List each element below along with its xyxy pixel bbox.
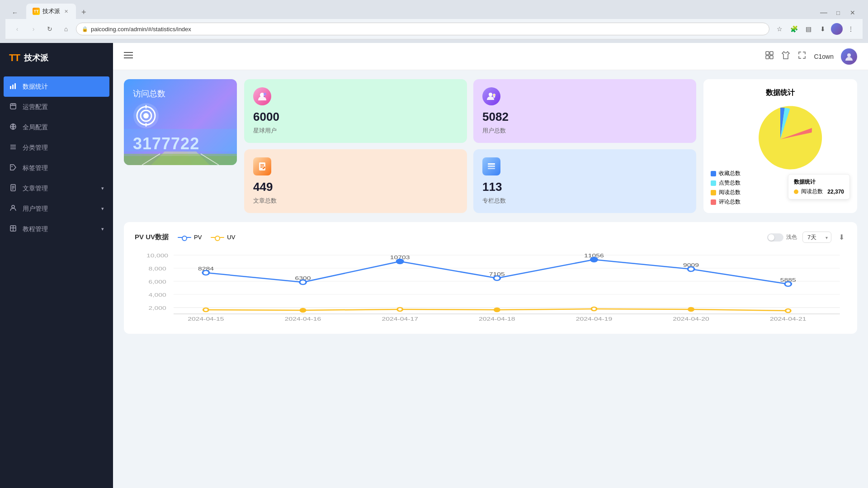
menu-button[interactable]: ⋮ (844, 23, 857, 35)
theme-label: 浅色 (786, 233, 797, 241)
pie-tooltip-row: 阅读总数 22,370 (794, 188, 844, 195)
chart-controls: 浅色 7天 30天 ▾ ⬇ (767, 231, 846, 243)
tab-close-button[interactable]: ✕ (63, 8, 70, 15)
top-bar-right: C1own (765, 48, 857, 65)
pie-tooltip-title: 数据统计 (794, 178, 844, 186)
legend-item-comments: 评论总数 (711, 198, 741, 206)
browser-chrome: ← TT 技术派 ✕ + — □ ✕ ‹ › ↻ ⌂ 🔒 paicoding.c… (0, 0, 868, 43)
svg-text:2024-04-15: 2024-04-15 (188, 316, 224, 322)
svg-point-93 (689, 308, 693, 311)
download-button[interactable]: ⬇ (816, 23, 829, 35)
users-label: 用户管理 (23, 205, 48, 213)
maximize-button[interactable]: □ (832, 6, 844, 19)
nav-icons-right: ☆ 🧩 ▤ ⬇ ⋮ (773, 23, 857, 35)
articles-icon (257, 161, 267, 171)
expand-icon[interactable] (797, 51, 807, 62)
reads-label: 阅读总数 (719, 189, 741, 196)
reads-dot (711, 190, 716, 195)
new-tab-button[interactable]: + (78, 6, 90, 19)
tutorials-label: 教程管理 (23, 225, 48, 233)
svg-point-81 (203, 270, 209, 275)
back-button[interactable]: ‹ (11, 23, 24, 35)
pv-line-icon (178, 237, 191, 238)
minimize-button[interactable]: — (817, 6, 830, 19)
tooltip-value: 22,370 (827, 189, 844, 195)
chart-header: PV UV数据 PV UV (135, 231, 846, 243)
pie-chart-container (712, 103, 848, 175)
svg-point-17 (12, 205, 14, 208)
grid-icon[interactable] (765, 51, 774, 62)
svg-point-12 (11, 166, 12, 167)
stats-row: 访问总数 3177722 (124, 79, 857, 213)
sidebar-item-global[interactable]: 全局配置 (0, 117, 113, 137)
period-select[interactable]: 7天 30天 (802, 232, 831, 243)
shirt-icon[interactable] (781, 51, 790, 62)
users-icon (9, 204, 17, 213)
chart-title: PV UV数据 (135, 233, 169, 242)
likes-dot (711, 180, 716, 186)
svg-text:2024-04-20: 2024-04-20 (673, 316, 709, 322)
sidebar-item-users[interactable]: 用户管理 ▾ (0, 199, 113, 219)
theme-toggle-switch[interactable] (767, 233, 783, 242)
sidebar: TT 技术派 数据统计 (0, 43, 113, 488)
stat-card-total-articles: 449 文章总数 (244, 149, 467, 213)
close-button[interactable]: ✕ (846, 6, 859, 19)
bookmark-button[interactable]: ☆ (773, 23, 786, 35)
toggle-knob (768, 234, 774, 241)
download-chart-button[interactable]: ⬇ (837, 231, 846, 243)
pie-section: 数据统计 (703, 79, 857, 213)
home-button[interactable]: ⌂ (60, 23, 72, 35)
chart-legend: PV UV (178, 234, 235, 241)
statistics-label: 数据统计 (23, 83, 48, 91)
theme-toggle: 浅色 (767, 233, 797, 242)
logo-tt: TT (9, 52, 19, 64)
legend-pv: PV (178, 234, 202, 241)
tooltip-dot (794, 190, 798, 194)
sidebar-item-articles[interactable]: 文章管理 ▾ (0, 178, 113, 199)
sidebar-item-tags[interactable]: 标签管理 (0, 158, 113, 178)
total-users-label: 用户总数 (482, 127, 687, 135)
total-articles-label: 文章总数 (253, 197, 458, 205)
total-articles-number: 449 (253, 180, 458, 194)
total-user-icon (486, 91, 496, 101)
sidebar-item-statistics[interactable]: 数据统计 (4, 76, 109, 97)
pie-tooltip: 数据统计 阅读总数 22,370 (788, 174, 850, 199)
sidebar-item-categories[interactable]: 分类管理 (0, 137, 113, 158)
global-label: 全局配置 (23, 123, 48, 132)
svg-point-89 (300, 308, 305, 312)
stat-card-total-users: 5082 用户总数 (473, 79, 696, 143)
tab-back-button[interactable]: ← (5, 6, 24, 19)
pv-label: PV (194, 234, 202, 241)
sidebar-item-operations[interactable]: 运营配置 (0, 97, 113, 117)
svg-text:8,000: 8,000 (148, 266, 166, 271)
svg-point-85 (591, 257, 597, 262)
forward-button[interactable]: › (27, 23, 40, 35)
svg-text:2024-04-17: 2024-04-17 (382, 316, 418, 322)
refresh-button[interactable]: ↻ (43, 23, 56, 35)
svg-point-28 (847, 53, 851, 57)
stat-card-planet-users: 6000 星球用户 (244, 79, 467, 143)
pie-chart (735, 103, 826, 175)
extension-button[interactable]: 🧩 (788, 23, 800, 35)
svg-rect-24 (766, 52, 769, 55)
svg-point-88 (203, 308, 208, 312)
main-content: C1own 访问总数 (113, 43, 868, 488)
browser-nav: ‹ › ↻ ⌂ 🔒 paicoding.com/admin/#/statisti… (5, 19, 863, 39)
articles-chevron: ▾ (101, 185, 104, 191)
address-bar[interactable]: 🔒 paicoding.com/admin/#/statistics/index (76, 23, 769, 35)
columns-icon (486, 161, 496, 171)
browser-profile[interactable] (831, 23, 843, 35)
svg-point-84 (494, 276, 500, 280)
svg-rect-3 (10, 104, 16, 109)
read-mode-button[interactable]: ▤ (802, 23, 815, 35)
hamburger-icon[interactable] (124, 52, 133, 61)
svg-rect-49 (259, 162, 265, 171)
users-chevron: ▾ (101, 206, 104, 212)
tutorials-chevron: ▾ (101, 226, 104, 232)
svg-rect-2 (14, 83, 16, 89)
user-avatar[interactable] (841, 48, 857, 65)
tab-active[interactable]: TT 技术派 ✕ (26, 4, 76, 19)
sidebar-item-tutorials[interactable]: 教程管理 ▾ (0, 219, 113, 239)
total-users-number: 5082 (482, 110, 687, 124)
svg-point-46 (493, 94, 495, 96)
